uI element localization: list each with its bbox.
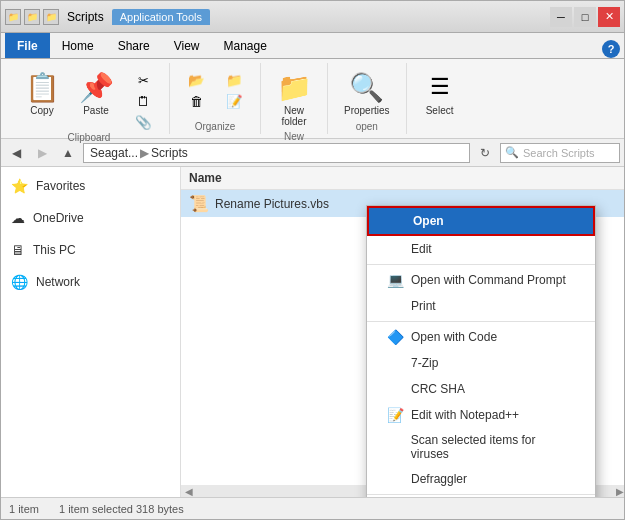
- search-icon: 🔍: [505, 146, 519, 159]
- item-count: 1 item: [9, 503, 39, 515]
- tab-view[interactable]: View: [162, 33, 212, 58]
- ribbon-tabs: File Home Share View Manage ?: [1, 33, 624, 59]
- new-folder-icon: 📁: [278, 71, 310, 103]
- paste-icon: 📌: [80, 71, 112, 103]
- tab-share[interactable]: Share: [106, 33, 162, 58]
- ctx-sep-1: [367, 264, 595, 265]
- properties-button[interactable]: 🔍 Properties: [336, 67, 398, 120]
- ctx-crc-sha[interactable]: CRC SHA: [367, 376, 595, 402]
- sidebar-section-network: 🌐 Network: [1, 269, 180, 295]
- this-pc-label: This PC: [33, 243, 76, 257]
- ctx-open-cmd[interactable]: 💻 Open with Command Prompt: [367, 267, 595, 293]
- ctx-7zip-label: 7-Zip: [411, 356, 438, 370]
- ribbon-group-clipboard: 📋 Copy 📌 Paste ✂ 🗒 📎: [9, 63, 170, 134]
- context-menu: Open Edit 💻 Open with Command Prompt Pri…: [366, 205, 596, 497]
- paste-button[interactable]: 📌 Paste: [71, 67, 121, 120]
- delete-button[interactable]: 🗑: [178, 92, 214, 111]
- cut-icon: ✂: [138, 73, 149, 88]
- ctx-defraggler[interactable]: Defraggler: [367, 466, 595, 492]
- ribbon-clipboard-items: 📋 Copy 📌 Paste ✂ 🗒 📎: [17, 63, 161, 132]
- ribbon-select-items: ☰ Select: [415, 63, 465, 134]
- tab-manage[interactable]: Manage: [212, 33, 279, 58]
- favorites-icon: ⭐: [11, 178, 28, 194]
- copy-button[interactable]: 📋 Copy: [17, 67, 67, 120]
- onedrive-icon: ☁: [11, 210, 25, 226]
- cut-button[interactable]: ✂: [125, 71, 161, 90]
- new-label: New: [284, 131, 304, 144]
- ctx-open-label: Open: [413, 214, 444, 228]
- ctx-open-code-label: Open with Code: [411, 330, 497, 344]
- copy2-button[interactable]: 📁: [216, 71, 252, 90]
- close-button[interactable]: ✕: [598, 7, 620, 27]
- ctx-7zip[interactable]: 7-Zip: [367, 350, 595, 376]
- move-button[interactable]: 📂: [178, 71, 214, 90]
- clipboard-label: Clipboard: [68, 132, 111, 145]
- ctx-edit-notepad[interactable]: 📝 Edit with Notepad++: [367, 402, 595, 428]
- window-title: Scripts: [67, 10, 104, 24]
- this-pc-icon: 🖥: [11, 242, 25, 258]
- ctx-scan-virus[interactable]: Scan selected items for viruses: [367, 428, 595, 466]
- name-column-header: Name: [189, 171, 222, 185]
- ctx-print-label: Print: [411, 299, 436, 313]
- sidebar-item-network[interactable]: 🌐 Network: [1, 269, 180, 295]
- onedrive-label: OneDrive: [33, 211, 84, 225]
- ctx-edit-icon: [387, 241, 403, 257]
- back-button[interactable]: ◀: [5, 143, 27, 163]
- tab-file[interactable]: File: [5, 33, 50, 58]
- organize-label: Organize: [195, 121, 236, 134]
- sidebar-item-favorites[interactable]: ⭐ Favorites: [1, 173, 180, 199]
- search-box[interactable]: 🔍 Search Scripts: [500, 143, 620, 163]
- paste-shortcut-button[interactable]: 📎: [125, 113, 161, 132]
- help-button[interactable]: ?: [602, 40, 620, 58]
- status-bar: 1 item 1 item selected 318 bytes: [1, 497, 624, 519]
- app-tools-badge: Application Tools: [112, 9, 210, 25]
- ctx-open-code[interactable]: 🔷 Open with Code: [367, 324, 595, 350]
- properties-icon: 🔍: [351, 71, 383, 103]
- up-button[interactable]: ▲: [57, 143, 79, 163]
- copy-path-icon: 🗒: [137, 94, 150, 109]
- ctx-notepad-label: Edit with Notepad++: [411, 408, 519, 422]
- forward-button[interactable]: ▶: [31, 143, 53, 163]
- vbs-file-name: Rename Pictures.vbs: [215, 197, 329, 211]
- sidebar-item-this-pc[interactable]: 🖥 This PC: [1, 237, 180, 263]
- open-label: open: [356, 121, 378, 134]
- ctx-crc-label: CRC SHA: [411, 382, 465, 396]
- search-placeholder: Search Scripts: [523, 147, 595, 159]
- title-icon-3: 📁: [43, 9, 59, 25]
- ribbon-open-items: 🔍 Properties: [336, 63, 398, 121]
- rename-button[interactable]: 📝: [216, 92, 252, 111]
- ctx-open[interactable]: Open: [367, 206, 595, 236]
- ctx-edit[interactable]: Edit: [367, 236, 595, 262]
- refresh-button[interactable]: ↻: [474, 143, 496, 163]
- paste-label: Paste: [83, 105, 109, 116]
- ctx-sep-2: [367, 321, 595, 322]
- ctx-print[interactable]: Print: [367, 293, 595, 319]
- move-icon: 📂: [188, 73, 205, 88]
- tab-home[interactable]: Home: [50, 33, 106, 58]
- copy-icon: 📋: [26, 71, 58, 103]
- new-folder-label: Newfolder: [281, 105, 306, 127]
- ribbon-group-open: 🔍 Properties open: [328, 63, 407, 134]
- sidebar-item-onedrive[interactable]: ☁ OneDrive: [1, 205, 180, 231]
- title-bar-icons: 📁 📁 📁: [5, 9, 59, 25]
- title-icon-1: 📁: [5, 9, 21, 25]
- maximize-button[interactable]: □: [574, 7, 596, 27]
- paste-shortcut-icon: 📎: [135, 115, 152, 130]
- address-path[interactable]: Seagat... ▶ Scripts: [83, 143, 470, 163]
- title-icon-2: 📁: [24, 9, 40, 25]
- copy-path-button[interactable]: 🗒: [125, 92, 161, 111]
- ribbon-group-select: ☰ Select: [407, 63, 473, 134]
- properties-label: Properties: [344, 105, 390, 116]
- ribbon-group-organize: 📂 📁 🗑 📝 Organize: [170, 63, 261, 134]
- ribbon-organize-items: 📂 📁 🗑 📝: [178, 63, 252, 121]
- rename-icon: 📝: [226, 94, 243, 109]
- ctx-scan-icon: [387, 439, 403, 455]
- ctx-scan-label: Scan selected items for viruses: [411, 433, 575, 461]
- new-folder-button[interactable]: 📁 Newfolder: [269, 67, 319, 131]
- sidebar-section-favorites: ⭐ Favorites: [1, 173, 180, 199]
- title-bar: 📁 📁 📁 Scripts Application Tools ─ □ ✕: [1, 1, 624, 33]
- file-list[interactable]: Name 📜 Rename Pictures.vbs ◀ ▶ Open: [181, 167, 624, 497]
- minimize-button[interactable]: ─: [550, 7, 572, 27]
- select-button[interactable]: ☰ Select: [415, 67, 465, 120]
- delete-icon: 🗑: [190, 94, 203, 109]
